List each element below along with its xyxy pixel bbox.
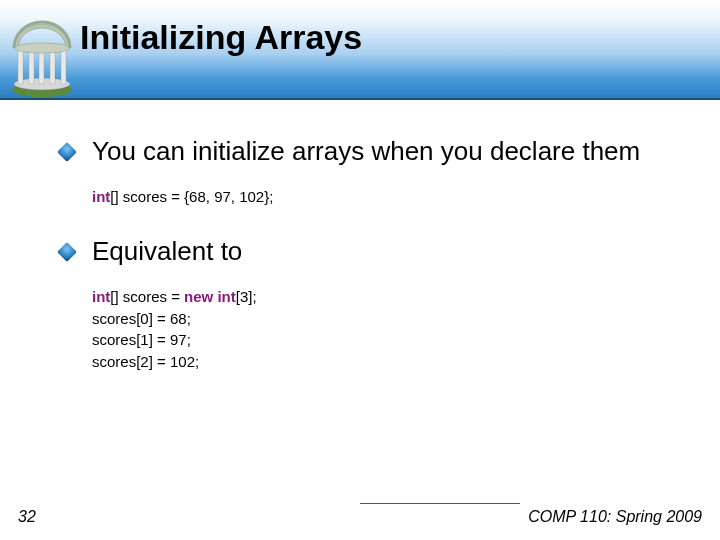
footer-divider xyxy=(360,503,520,504)
svg-rect-4 xyxy=(39,48,44,84)
svg-rect-6 xyxy=(61,48,66,84)
code-line: scores[1] = 97; xyxy=(92,329,680,351)
keyword: new int xyxy=(184,288,236,305)
footer: 32 COMP 110: Spring 2009 xyxy=(0,500,720,530)
code-line: int[] scores = {68, 97, 102}; xyxy=(92,186,680,208)
bullet-item: You can initialize arrays when you decla… xyxy=(60,135,680,168)
code-line: int[] scores = new int[3]; xyxy=(92,286,680,308)
course-label: COMP 110: Spring 2009 xyxy=(528,508,702,526)
bullet-icon xyxy=(57,142,77,162)
keyword: int xyxy=(92,288,110,305)
code-text: [3]; xyxy=(236,288,257,305)
bullet-text: Equivalent to xyxy=(92,235,242,268)
svg-rect-2 xyxy=(18,48,23,84)
code-line: scores[2] = 102; xyxy=(92,351,680,373)
code-text: [] scores = xyxy=(110,288,184,305)
bullet-text: You can initialize arrays when you decla… xyxy=(92,135,640,168)
bullet-icon xyxy=(57,242,77,262)
keyword: int xyxy=(92,188,110,205)
svg-point-7 xyxy=(14,43,70,53)
code-block-1: int[] scores = {68, 97, 102}; xyxy=(92,186,680,208)
code-line: scores[0] = 68; xyxy=(92,308,680,330)
code-block-2: int[] scores = new int[3]; scores[0] = 6… xyxy=(92,286,680,373)
slide-title: Initializing Arrays xyxy=(80,18,362,57)
bullet-item: Equivalent to xyxy=(60,235,680,268)
page-number: 32 xyxy=(18,508,36,526)
unc-logo xyxy=(8,18,76,98)
code-text: [] scores = {68, 97, 102}; xyxy=(110,188,273,205)
slide-content: You can initialize arrays when you decla… xyxy=(60,135,680,401)
svg-rect-5 xyxy=(50,48,55,84)
svg-rect-3 xyxy=(29,48,34,84)
